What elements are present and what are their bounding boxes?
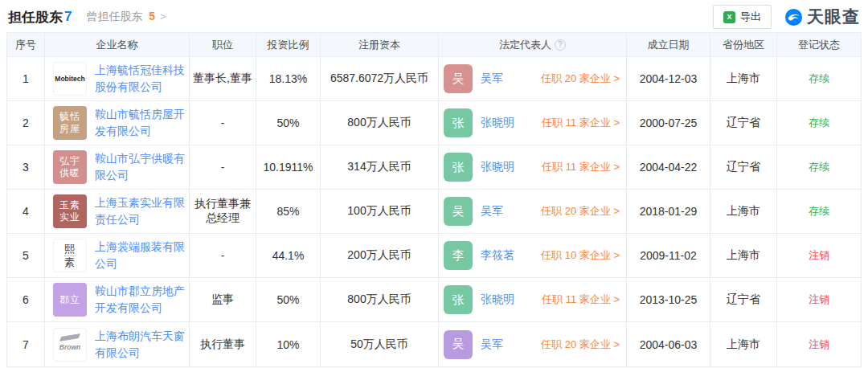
company-name-link[interactable]: 上海布朗汽车天窗有限公司 <box>95 328 186 362</box>
excel-icon <box>723 11 735 23</box>
company-logo-text: 弘宇 <box>59 155 80 167</box>
region-cell: 上海市 <box>710 190 777 233</box>
company-logo-text: 素 <box>64 256 76 269</box>
table-row: 6 郡立 鞍山市郡立房地产开发有限公司 监事 50% 800万人民币 张 张晓明… <box>7 278 861 322</box>
row-index: 7 <box>7 322 45 366</box>
legal-rep-link[interactable]: 张晓明 <box>481 292 514 307</box>
col-header-capital: 注册资本 <box>321 33 439 56</box>
legal-rep-cell: 李 李筱茗 任职 10 家企业 > <box>439 234 627 277</box>
col-header-ratio: 投资比例 <box>256 33 321 56</box>
section-title: 担任股东 <box>8 8 63 27</box>
company-logo: 郡立 <box>53 283 87 317</box>
ratio-cell: 85% <box>256 190 321 233</box>
legal-rep-cell: 张 张晓明 任职 11 家企业 > <box>439 145 627 189</box>
position-cell: - <box>190 101 256 145</box>
offices-count-link[interactable]: 任职 20 家企业 > <box>541 72 620 86</box>
table-row: 5 熙 素 上海裳端服装有限公司 - 44.1% 200万人民币 李 李筱茗 任… <box>7 234 861 278</box>
company-logo-text: 毓恬 <box>59 111 80 123</box>
offices-count-link[interactable]: 任职 10 家企业 > <box>541 248 620 263</box>
established-date-cell: 2000-07-25 <box>627 101 710 145</box>
status-badge: 存续 <box>777 190 861 233</box>
col-header-status: 登记状态 <box>777 33 861 56</box>
region-cell: 辽宁省 <box>710 278 777 321</box>
col-header-company: 企业名称 <box>45 33 190 56</box>
legal-rep-link[interactable]: 张晓明 <box>481 160 514 174</box>
tianyancha-logo: 天眼查 <box>784 6 860 28</box>
legal-rep-cell: 张 张晓明 任职 11 家企业 > <box>439 101 627 145</box>
company-logo-text: 郡立 <box>59 294 80 306</box>
region-cell: 辽宁省 <box>710 101 777 145</box>
company-logo: 玉素 实业 <box>53 194 87 228</box>
ratio-cell: 18.13% <box>256 57 321 100</box>
company-logo-text: Mobitech <box>55 73 84 85</box>
established-date-cell: 2009-11-02 <box>627 234 710 277</box>
offices-count-link[interactable]: 任职 11 家企业 > <box>542 292 620 307</box>
table-row: 3 弘宇 供暖 鞍山市弘宇供暖有限公司 - 10.1911% 314万人民币 张… <box>7 145 861 190</box>
company-logo-text: 玉素 <box>59 199 80 211</box>
company-name-link[interactable]: 上海玉素实业有限责任公司 <box>95 194 186 228</box>
legal-rep-link[interactable]: 吴军 <box>481 337 503 352</box>
table-row: 7 Brown 上海布朗汽车天窗有限公司 执行董事 10% 50万人民币 吴 吴… <box>7 322 861 366</box>
legal-rep-avatar: 吴 <box>444 197 473 226</box>
region-cell: 上海市 <box>710 234 777 277</box>
ratio-cell: 50% <box>256 101 321 145</box>
col-header-legal-rep: 法定代表人 <box>439 33 627 56</box>
legal-rep-cell: 吴 吴军 任职 20 家企业 > <box>439 322 627 366</box>
company-logo: Brown <box>53 328 87 362</box>
company-logo: 毓恬 房屋 <box>53 106 87 140</box>
capital-cell: 50万人民币 <box>321 322 439 366</box>
table-row: 1 Mobitech 上海毓恬冠佳科技股份有限公司 董事长,董事 18.13% … <box>7 57 861 101</box>
shareholder-panel: 担任股东 7 曾担任股东 5 > 导出 天眼查 序号 企业名称 职位 <box>0 0 868 367</box>
status-badge: 存续 <box>777 57 861 100</box>
capital-cell: 6587.6072万人民币 <box>321 57 439 100</box>
legal-rep-link[interactable]: 吴军 <box>481 204 503 219</box>
offices-count-link[interactable]: 任职 20 家企业 > <box>541 337 620 352</box>
legal-rep-link[interactable]: 李筱茗 <box>481 248 514 263</box>
row-index: 3 <box>7 145 45 189</box>
company-cell: 熙 素 上海裳端服装有限公司 <box>45 234 190 277</box>
ratio-cell: 50% <box>256 278 321 321</box>
help-question-icon[interactable] <box>555 39 566 51</box>
legal-rep-avatar: 李 <box>444 241 473 270</box>
established-date-cell: 2004-06-03 <box>627 322 710 366</box>
legal-rep-link[interactable]: 吴军 <box>481 72 503 86</box>
company-logo-text: 供暖 <box>59 167 80 179</box>
legal-rep-cell: 吴 吴军 任职 20 家企业 > <box>439 190 627 233</box>
legal-rep-avatar: 张 <box>444 108 473 137</box>
legal-rep-avatar: 张 <box>444 285 473 314</box>
position-cell: - <box>190 145 256 189</box>
tianyancha-eye-icon <box>784 8 803 27</box>
established-date-cell: 2013-10-25 <box>627 278 710 321</box>
ratio-cell: 44.1% <box>256 234 321 277</box>
legal-rep-link[interactable]: 张晓明 <box>481 116 514 130</box>
company-name-link[interactable]: 鞍山市毓恬房屋开发有限公司 <box>95 106 186 140</box>
company-name-link[interactable]: 鞍山市弘宇供暖有限公司 <box>95 150 186 184</box>
row-index: 2 <box>7 101 45 145</box>
company-name-link[interactable]: 上海裳端服装有限公司 <box>95 239 186 272</box>
offices-count-link[interactable]: 任职 11 家企业 > <box>542 116 620 130</box>
export-button[interactable]: 导出 <box>713 5 772 29</box>
offices-count-link[interactable]: 任职 11 家企业 > <box>542 160 620 174</box>
legal-rep-avatar: 张 <box>444 153 473 182</box>
region-cell: 上海市 <box>710 57 777 100</box>
company-name-link[interactable]: 鞍山市郡立房地产开发有限公司 <box>95 283 186 317</box>
status-badge: 注销 <box>777 322 861 366</box>
company-logo: 弘宇 供暖 <box>53 150 87 184</box>
status-badge: 注销 <box>777 278 861 321</box>
company-cell: Mobitech 上海毓恬冠佳科技股份有限公司 <box>45 57 190 100</box>
col-header-position: 职位 <box>190 33 256 56</box>
table-header-row: 序号 企业名称 职位 投资比例 注册资本 法定代表人 成立日期 省份地区 登记状… <box>7 33 861 57</box>
tianyancha-wordmark: 天眼查 <box>807 6 860 28</box>
company-logo-text: Brown <box>59 341 80 354</box>
established-date-cell: 2004-12-03 <box>627 57 710 100</box>
offices-count-link[interactable]: 任职 20 家企业 > <box>541 204 620 219</box>
status-badge: 存续 <box>777 145 861 189</box>
capital-cell: 800万人民币 <box>321 101 439 145</box>
company-name-link[interactable]: 上海毓恬冠佳科技股份有限公司 <box>95 62 186 96</box>
chevron-right-icon: > <box>160 10 166 22</box>
past-shareholder-link[interactable]: 曾担任股东 5 > <box>86 10 166 24</box>
table-row: 2 毓恬 房屋 鞍山市毓恬房屋开发有限公司 - 50% 800万人民币 张 张晓… <box>7 101 861 145</box>
company-logo-text: 熙 <box>64 243 76 256</box>
position-cell: - <box>190 234 256 277</box>
col-header-date: 成立日期 <box>627 33 710 56</box>
